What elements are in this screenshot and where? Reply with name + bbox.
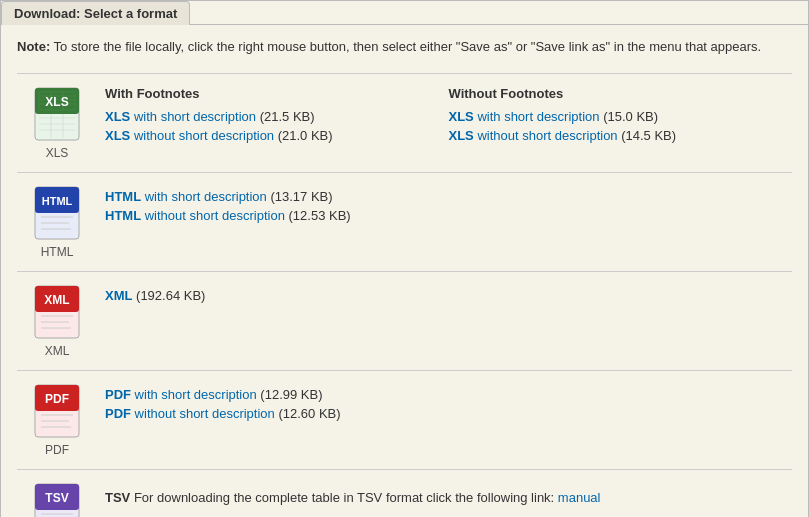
svg-text:PDF: PDF	[45, 392, 69, 406]
xls-nofn-with-short-size: (15.0 KB)	[600, 109, 659, 124]
xml-size: (192.64 KB)	[132, 288, 205, 303]
html-with-short-link[interactable]: HTML with short description	[105, 189, 267, 204]
xml-link-row: XML (192.64 KB)	[105, 288, 792, 303]
svg-text:XLS: XLS	[45, 95, 68, 109]
html-section: HTML HTML HTML with short description (1…	[17, 172, 792, 271]
html-with-short-size: (13.17 KB)	[267, 189, 333, 204]
html-icon-area: HTML HTML	[17, 185, 97, 259]
html-without-short: HTML without short description (12.53 KB…	[105, 208, 792, 223]
svg-text:XML: XML	[44, 293, 69, 307]
xml-link[interactable]: XML	[105, 288, 132, 303]
pdf-links: PDF with short description (12.99 KB) PD…	[97, 383, 792, 421]
note-text: Note: To store the file locally, click t…	[17, 37, 792, 57]
pdf-icon: PDF	[33, 383, 81, 439]
pdf-icon-area: PDF PDF	[17, 383, 97, 457]
pdf-with-short: PDF with short description (12.99 KB)	[105, 387, 792, 402]
html-icon: HTML	[33, 185, 81, 241]
html-links: HTML with short description (13.17 KB) H…	[97, 185, 792, 223]
note-body: To store the file locally, click the rig…	[50, 39, 761, 54]
html-with-short: HTML with short description (13.17 KB)	[105, 189, 792, 204]
xls-without-short: XLS without short description (21.0 KB)	[105, 128, 449, 143]
xml-links: XML (192.64 KB)	[97, 284, 792, 303]
html-without-short-size: (12.53 KB)	[285, 208, 351, 223]
xls-nofn-with-short-link[interactable]: XLS with short description	[449, 109, 600, 124]
xls-with-short: XLS with short description (21.5 KB)	[105, 109, 449, 124]
xls-col2-header: Without Footnotes	[449, 86, 793, 101]
tsv-section: TSV TSV TSV For downloading the complete…	[17, 469, 792, 518]
tsv-text: For downloading the complete table in TS…	[134, 490, 558, 505]
pdf-label: PDF	[45, 443, 69, 457]
xls-section: XLS XLS With Footnotes	[17, 73, 792, 172]
xls-without-short-size: (21.0 KB)	[274, 128, 333, 143]
xls-with-short-link[interactable]: XLS with short description	[105, 109, 256, 124]
tsv-icon: TSV	[33, 482, 81, 518]
content-area: Note: To store the file locally, click t…	[1, 25, 808, 517]
pdf-with-short-link[interactable]: PDF with short description	[105, 387, 257, 402]
svg-text:TSV: TSV	[45, 491, 68, 505]
xls-col1: With Footnotes XLS with short descriptio…	[105, 86, 449, 143]
tsv-manual-link[interactable]: manual	[558, 490, 601, 505]
xls-col2: Without Footnotes XLS with short descrip…	[449, 86, 793, 143]
xml-section: XML XML XML (192.64 KB)	[17, 271, 792, 370]
note-label: Note:	[17, 39, 50, 54]
tsv-icon-area: TSV TSV	[17, 482, 97, 518]
html-label: HTML	[41, 245, 74, 259]
pdf-section: PDF PDF PDF with short description (12.9…	[17, 370, 792, 469]
svg-text:HTML: HTML	[42, 195, 73, 207]
pdf-with-short-size: (12.99 KB)	[257, 387, 323, 402]
xls-without-short-link[interactable]: XLS without short description	[105, 128, 274, 143]
tab-bar: Download: Select a format	[1, 1, 808, 25]
xml-icon: XML	[33, 284, 81, 340]
tab-select-format[interactable]: Download: Select a format	[1, 1, 190, 25]
pdf-without-short-size: (12.60 KB)	[275, 406, 341, 421]
pdf-without-short-link[interactable]: PDF without short description	[105, 406, 275, 421]
tsv-format-label: TSV	[105, 490, 130, 505]
xml-label: XML	[45, 344, 70, 358]
xls-with-short-size: (21.5 KB)	[256, 109, 315, 124]
xls-icon-area: XLS XLS	[17, 86, 97, 160]
download-window: Download: Select a format Note: To store…	[0, 0, 809, 517]
tsv-description: TSV For downloading the complete table i…	[105, 490, 600, 505]
html-without-short-link[interactable]: HTML without short description	[105, 208, 285, 223]
xls-col1-header: With Footnotes	[105, 86, 449, 101]
xls-two-col: With Footnotes XLS with short descriptio…	[105, 86, 792, 143]
tsv-links: TSV For downloading the complete table i…	[97, 482, 792, 505]
xls-label: XLS	[46, 146, 69, 160]
xml-icon-area: XML XML	[17, 284, 97, 358]
xls-nofn-without-short: XLS without short description (14.5 KB)	[449, 128, 793, 143]
pdf-without-short: PDF without short description (12.60 KB)	[105, 406, 792, 421]
xls-icon: XLS	[33, 86, 81, 142]
xls-links: With Footnotes XLS with short descriptio…	[97, 86, 792, 143]
xls-nofn-without-short-size: (14.5 KB)	[618, 128, 677, 143]
xls-nofn-with-short: XLS with short description (15.0 KB)	[449, 109, 793, 124]
xls-nofn-without-short-link[interactable]: XLS without short description	[449, 128, 618, 143]
